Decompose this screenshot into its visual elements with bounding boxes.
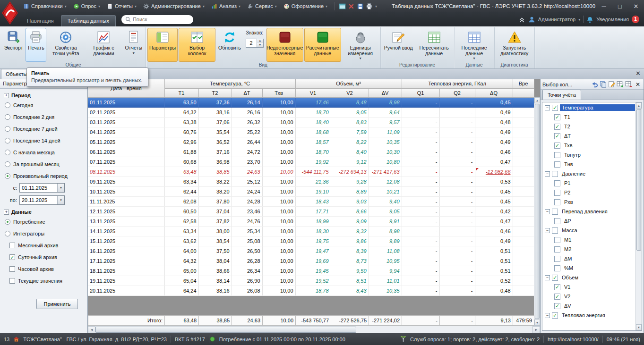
tree-item[interactable]: −✓Тепловая энергия (543, 311, 635, 320)
add-columns-icon[interactable] (617, 81, 624, 88)
checkbox-icon[interactable]: ✓ (554, 124, 560, 130)
menu-item[interactable]: Оформление▾ (280, 0, 331, 12)
ribbon-button[interactable]: Запустить диагностику (496, 28, 533, 62)
column-header[interactable]: Q1 (402, 88, 439, 97)
checkbox-icon[interactable]: ✓ (552, 312, 558, 319)
tree-item[interactable]: P2 (543, 188, 635, 197)
menu-item[interactable]: Сервис▾ (244, 0, 280, 12)
close-document-icon[interactable]: ✕ (635, 70, 641, 77)
tree-item[interactable]: ΔM (543, 254, 635, 263)
table-row[interactable]: 17.11.202564,3238,0426,2810,0019,698,731… (88, 256, 534, 266)
notifications-button[interactable]: Уведомления (596, 17, 629, 22)
period-option[interactable]: С начала месяца (3, 146, 85, 158)
spinner-up-icon[interactable]: ▲ (257, 39, 263, 43)
close-panel-icon[interactable]: ✕ (634, 81, 642, 88)
tree-item[interactable]: ✓ΔT (543, 131, 635, 141)
search-box[interactable] (121, 15, 193, 24)
tree-item[interactable]: −Перепад давления (543, 207, 635, 216)
archive-option[interactable]: ✓Суточный архив (3, 251, 85, 263)
scroll-thumb[interactable] (95, 327, 356, 333)
chevron-down-icon[interactable]: ▾ (57, 184, 64, 192)
menu-item[interactable]: Опрос▾ (70, 0, 103, 12)
tree-item[interactable]: ✓T1 (543, 112, 635, 122)
tree-item[interactable]: −Давление (543, 169, 635, 178)
tree-item[interactable]: %M (543, 263, 635, 273)
table-row[interactable]: 18.11.202565,0038,6626,3410,0019,459,509… (88, 266, 534, 276)
maximize-button[interactable]: □ (612, 0, 628, 12)
checkbox-icon[interactable]: ✓ (554, 303, 560, 309)
table-row[interactable]: 05.11.202562,9636,5226,4410,0018,578,221… (88, 137, 534, 147)
tree-item[interactable]: ✓T2 (543, 122, 635, 131)
notifications-badge[interactable]: 1 (632, 16, 639, 23)
column-header[interactable]: ΔQ (475, 88, 513, 97)
table-row[interactable]: 08.11.202563,4838,8524,6310,00-544 111,7… (88, 167, 534, 177)
collapse-ribbon-icon[interactable] (518, 16, 525, 23)
checkbox-icon[interactable]: ✓ (554, 133, 560, 139)
table-row[interactable]: 04.11.202560,7635,5425,2210,0018,687,591… (88, 127, 534, 137)
table-row[interactable]: 03.11.202563,3837,0626,3210,0018,408,839… (88, 117, 534, 127)
ribbon-button[interactable]: Выбор колонок (179, 28, 215, 62)
tree-item[interactable]: −✓Температура (543, 103, 635, 112)
scroll-down-icon[interactable]: ▼ (636, 324, 642, 330)
archive-option[interactable]: Месячный архив (3, 239, 85, 251)
menu-item[interactable]: Отчеты▾ (103, 0, 140, 12)
date-to-select[interactable]: 20.11.2025 ▾ (19, 195, 65, 205)
expand-data-icon[interactable]: + (4, 210, 9, 215)
checkbox-icon[interactable] (554, 199, 560, 205)
remove-columns-icon[interactable] (625, 81, 632, 88)
expand-period-icon[interactable]: + (4, 93, 9, 98)
table-row[interactable]: 12.11.202560,5037,0423,4610,0017,718,669… (88, 206, 534, 216)
ribbon-button[interactable]: График с данными (85, 28, 122, 62)
checkbox-icon[interactable] (554, 237, 560, 243)
checkbox-icon[interactable] (554, 265, 560, 271)
ribbon-button[interactable]: Последние данные▼ (456, 28, 493, 62)
checkbox-icon[interactable]: ✓ (552, 275, 558, 281)
ribbon-button[interactable]: Рассчитанные данные (304, 28, 341, 62)
date-from-select[interactable]: 01.11.2025 ▾ (19, 183, 65, 193)
table-row[interactable]: 13.11.202562,5837,8224,7610,0018,999,099… (88, 216, 534, 226)
checkbox-icon[interactable] (552, 227, 558, 234)
scroll-down-icon[interactable]: ▼ (534, 320, 540, 326)
ribbon-button[interactable]: Обновить (216, 28, 243, 62)
tree-item[interactable]: ΔP (543, 216, 635, 226)
ribbon-button[interactable]: Единицы измерения▼ (342, 28, 379, 62)
nav-tab[interactable]: Навигация (21, 16, 60, 26)
column-header[interactable]: T2 (198, 88, 232, 97)
checkbox-icon[interactable] (552, 209, 558, 215)
ribbon-button[interactable]: Ручной ввод (382, 28, 415, 62)
apply-button[interactable]: Применить (36, 299, 78, 309)
chevron-down-icon[interactable]: ▾ (57, 196, 64, 204)
checkbox-icon[interactable] (552, 171, 558, 177)
edit-icon[interactable] (608, 81, 615, 88)
tree-item[interactable]: ✓ΔV (543, 301, 635, 311)
tree-item[interactable]: ✓V1 (543, 282, 635, 292)
nav-tab[interactable]: Таблица данных (61, 15, 116, 26)
checkbox-icon[interactable] (554, 161, 560, 168)
status-object[interactable]: ТСЖ"Светлана" - ГВС / ул. Гаражная. д. 8… (19, 333, 171, 345)
table-row[interactable]: 15.11.202563,6238,5425,0810,0019,759,869… (88, 236, 534, 246)
checkbox-icon[interactable] (554, 152, 560, 158)
tree-item[interactable]: ✓V2 (543, 292, 635, 301)
ribbon-button[interactable]: Свойства точки учёта (47, 28, 84, 62)
checkbox-icon[interactable]: ✓ (554, 114, 560, 120)
archive-option[interactable]: Текущие значения (3, 275, 85, 286)
menu-item[interactable]: Справочники▾ (20, 0, 70, 12)
table-row[interactable]: 20.11.202564,2438,1626,0810,0018,788,431… (88, 286, 534, 295)
tree-item[interactable]: Тнв (543, 160, 635, 169)
menu-item[interactable]: Администрирование▾ (140, 0, 208, 12)
table-row[interactable]: 06.11.202561,8837,1624,7210,0018,708,401… (88, 147, 534, 157)
close-button[interactable]: ✕ (628, 0, 644, 12)
undo-icon[interactable] (591, 81, 598, 88)
status-server-address[interactable]: http://localhost:10000/ (544, 333, 602, 345)
archive-option[interactable]: Часовой архив (3, 263, 85, 275)
table-row[interactable]: 09.11.202563,3438,2225,1210,0021,369,281… (88, 177, 534, 186)
tab-metering-points[interactable]: Точки учёта (542, 90, 581, 100)
search-input[interactable] (133, 17, 189, 22)
ribbon-button[interactable]: Экспорт (2, 28, 25, 62)
tree-item[interactable]: P1 (543, 178, 635, 188)
ribbon-button[interactable]: Отчёты▼ (123, 28, 144, 62)
checkbox-icon[interactable]: ✓ (554, 143, 560, 149)
scroll-left-icon[interactable]: ◄ (88, 326, 95, 333)
column-header[interactable]: Q2 (439, 88, 475, 97)
collapse-icon[interactable]: − (545, 209, 550, 214)
